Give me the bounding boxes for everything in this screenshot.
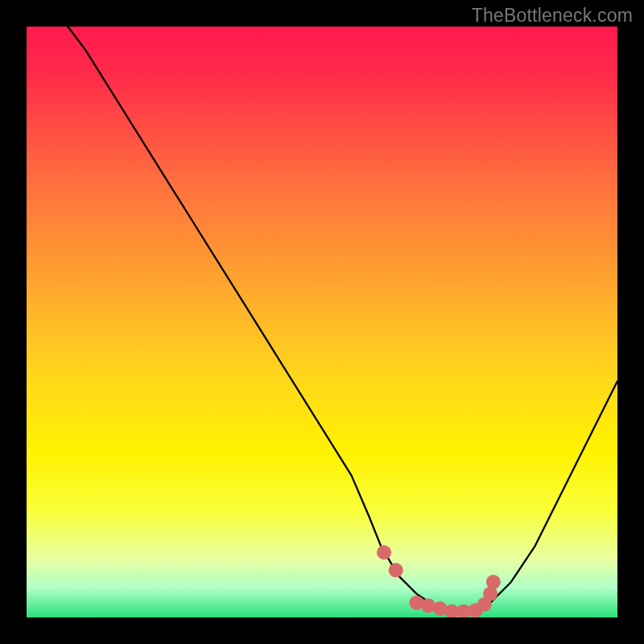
bottleneck-curve <box>68 27 617 612</box>
watermark-text: TheBottleneck.com <box>472 5 633 27</box>
chart-svg <box>27 27 617 617</box>
highlighted-points <box>377 545 501 617</box>
marker-dot <box>377 545 391 559</box>
chart-frame: TheBottleneck.com <box>0 0 644 644</box>
marker-dot <box>486 575 501 589</box>
plot-area <box>27 27 617 617</box>
marker-dot <box>389 563 403 577</box>
